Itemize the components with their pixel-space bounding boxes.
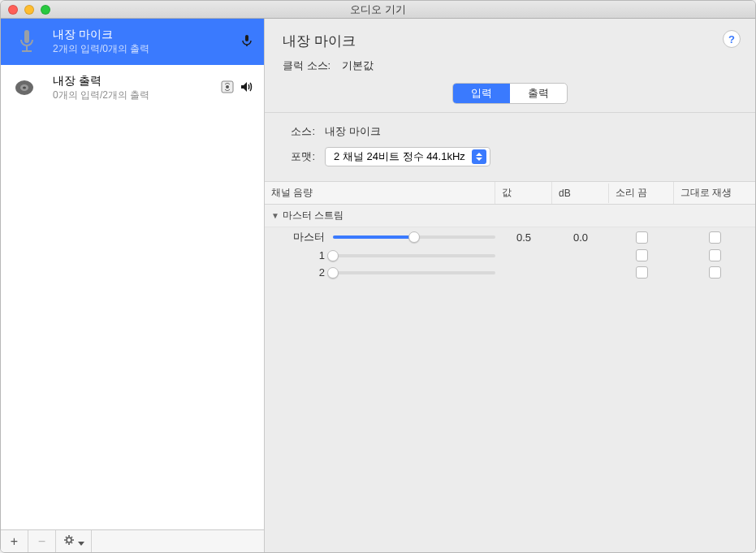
thru-cell [674,266,755,279]
svg-rect-1 [26,45,28,50]
sidebar-toolbar: + − [1,529,264,552]
channel-name-cell: 1 [265,249,495,261]
mute-cell [609,249,674,261]
col-db: dB [552,184,609,203]
popup-arrows-icon [472,149,486,164]
channel-row: 2 [265,264,755,281]
format-row: 포맷: 2 채널 24비트 정수 44.1kHz [283,147,737,166]
device-name: 내장 출력 [53,74,210,89]
device-name: 내장 마이크 [53,28,230,42]
channel-label: 2 [286,266,325,279]
svg-line-16 [71,542,71,542]
svg-rect-3 [245,35,248,41]
col-volume: 채널 음량 [265,182,495,204]
channel-name-cell: 2 [265,266,495,279]
channel-db: 0.0 [552,231,609,244]
device-item-internal-mic[interactable]: 내장 마이크 2개의 입력/0개의 출력 [1,19,264,65]
minimize-window-button[interactable] [24,5,34,15]
mute-checkbox[interactable] [636,249,648,261]
mute-cell [609,266,674,279]
svg-rect-0 [24,30,29,43]
device-sub: 0개의 입력/2개의 출력 [53,89,210,102]
svg-rect-4 [246,45,248,46]
svg-line-17 [66,542,67,542]
svg-point-7 [23,86,26,89]
format-label: 포맷: [283,149,315,164]
device-sub: 2개의 입력/0개의 출력 [53,42,230,56]
thru-cell [674,249,755,261]
device-text: 내장 출력 0개의 입력/2개의 출력 [53,74,210,102]
device-list: 내장 마이크 2개의 입력/0개의 출력 내장 출력 0개의 입력/2개의 출력 [1,19,264,529]
detail-title: 내장 마이크 [283,32,737,50]
remove-device-button[interactable]: − [28,530,56,552]
titlebar: 오디오 기기 [1,1,755,19]
detail-header: 내장 마이크 ? 클럭 소스: 기본값 입력 출력 [265,19,755,113]
device-item-internal-output[interactable]: 내장 출력 0개의 입력/2개의 출력 [1,65,264,111]
channel-row: 마스터0.50.0 [265,227,755,247]
channel-table: 채널 음량 값 dB 소리 끔 그대로 재생 ▼ 마스터 스트림 마스터0.50… [265,181,755,281]
tab-input[interactable]: 입력 [453,84,510,103]
thru-checkbox[interactable] [709,249,721,261]
gear-icon [63,534,76,550]
speaker-device-icon [11,71,43,104]
mic-icon [240,33,254,50]
volume-slider[interactable] [333,271,495,274]
channel-label: 마스터 [286,230,325,244]
system-icon [220,80,235,97]
channel-label: 1 [286,249,325,261]
mute-cell [609,231,674,244]
device-detail-panel: 내장 마이크 ? 클럭 소스: 기본값 입력 출력 소스: 내장 마이크 포맷:… [265,19,755,552]
channel-value: 0.5 [495,231,552,244]
col-thru: 그대로 재생 [674,182,755,204]
chevron-down-icon [78,534,84,549]
clock-source-value: 기본값 [342,58,374,73]
stream-label: 마스터 스트림 [283,209,343,222]
clock-source-label: 클럭 소스: [283,58,330,73]
help-button[interactable]: ? [723,30,741,48]
device-badges [220,80,254,97]
content-area: 내장 마이크 2개의 입력/0개의 출력 내장 출력 0개의 입력/2개의 출력 [1,19,755,552]
channel-rows: 마스터0.50.012 [265,227,755,281]
source-value: 내장 마이크 [325,124,381,139]
svg-line-18 [71,537,71,538]
add-device-button[interactable]: + [1,530,28,552]
svg-point-9 [226,85,229,89]
thru-checkbox[interactable] [709,231,721,244]
format-value: 2 채널 24비트 정수 44.1kHz [334,149,465,164]
window-controls [1,5,50,15]
svg-point-10 [67,538,71,542]
mute-checkbox[interactable] [636,266,648,279]
gear-menu-button[interactable] [56,530,92,552]
volume-slider[interactable] [333,254,495,257]
disclosure-triangle-icon: ▼ [271,211,279,220]
col-value: 값 [495,182,552,204]
svg-rect-2 [22,50,32,52]
window-title: 오디오 기기 [1,2,755,17]
channel-row: 1 [265,247,755,264]
stream-header[interactable]: ▼ 마스터 스트림 [265,205,755,227]
device-sidebar: 내장 마이크 2개의 입력/0개의 출력 내장 출력 0개의 입력/2개의 출력 [1,19,265,552]
mute-checkbox[interactable] [636,231,648,244]
format-popup[interactable]: 2 채널 24비트 정수 44.1kHz [325,147,490,166]
source-label: 소스: [283,124,315,139]
microphone-device-icon [11,25,43,58]
thru-cell [674,231,755,244]
volume-slider[interactable] [333,235,495,239]
close-window-button[interactable] [8,5,18,15]
detail-form: 소스: 내장 마이크 포맷: 2 채널 24비트 정수 44.1kHz [265,113,755,181]
device-badges [240,33,254,50]
speaker-icon [240,80,254,97]
thru-checkbox[interactable] [709,266,721,279]
channel-name-cell: 마스터 [265,230,495,244]
device-text: 내장 마이크 2개의 입력/0개의 출력 [53,28,230,56]
io-segmented-control: 입력 출력 [452,83,568,104]
svg-line-15 [66,537,67,538]
table-header-row: 채널 음량 값 dB 소리 끔 그대로 재생 [265,182,755,205]
clock-source-row: 클럭 소스: 기본값 [283,58,737,73]
tab-output[interactable]: 출력 [510,84,567,103]
zoom-window-button[interactable] [41,5,50,15]
col-mute: 소리 끔 [609,182,674,204]
source-row: 소스: 내장 마이크 [283,124,737,139]
